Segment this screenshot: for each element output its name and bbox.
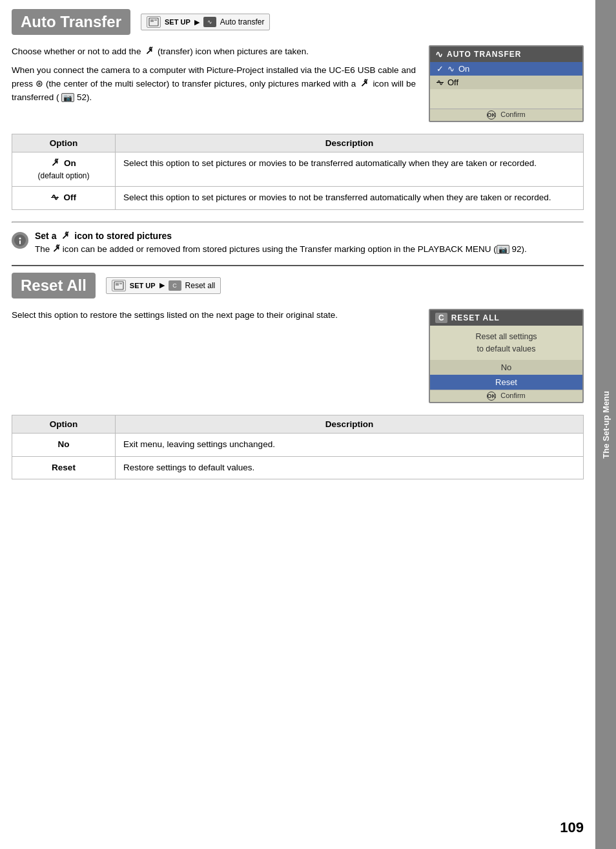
side-tab: The Set-up Menu xyxy=(595,0,616,849)
table1-col2-header: Description xyxy=(116,134,584,152)
lcd2-no: No xyxy=(430,360,582,375)
table2-row-1: No Exit menu, leaving settings unchanged… xyxy=(12,434,584,456)
section2-breadcrumb: SET UP ▶ C Reset all xyxy=(106,277,221,294)
tip-body: The ↗̃ icon can be added or removed from… xyxy=(35,243,527,256)
lcd1-title: AUTO TRANSFER xyxy=(447,50,521,59)
svg-rect-8 xyxy=(119,283,122,284)
lcd1-check-icon: ✓ xyxy=(436,64,444,74)
lcd2-ok-icon: OK xyxy=(487,392,496,401)
table2-col2-header: Description xyxy=(116,415,584,434)
body-text2c: 52). xyxy=(77,92,92,102)
lcd2-title-bar: C RESET ALL xyxy=(430,310,582,326)
table2-option1: No xyxy=(12,434,116,456)
side-tab-label: The Set-up Menu xyxy=(601,391,611,459)
section1-text: Choose whether or not to add the ↗̃ (tra… xyxy=(12,45,416,122)
svg-rect-5 xyxy=(19,240,21,244)
section1-breadcrumb: SET UP ▶ ∿ Auto transfer xyxy=(141,14,270,30)
section2-content: Select this option to restore the settin… xyxy=(12,309,584,404)
setup-label2: SET UP xyxy=(130,282,156,289)
table2-row-2: Reset Restore settings to default values… xyxy=(12,456,584,479)
table1-option1: ↗̃ On (default option) xyxy=(12,152,116,187)
body-text1a: Choose whether or not to add the xyxy=(12,47,141,56)
lcd1-confirm-label: Confirm xyxy=(500,110,526,118)
lcd2-reset: Reset xyxy=(430,375,582,390)
svg-point-4 xyxy=(19,237,21,239)
ref-icon: 📷 xyxy=(61,93,74,102)
svg-rect-7 xyxy=(116,283,119,286)
lcd1-on-label: On xyxy=(458,64,469,74)
section1-table: Option Description ↗̃ On (default option… xyxy=(12,134,584,210)
section2-body: Select this option to restore the settin… xyxy=(12,309,416,322)
menu-c-icon: C xyxy=(169,280,181,291)
menu-wave-icon: ∿ xyxy=(203,17,216,27)
lcd1-wave-on-icon: ∿ xyxy=(447,64,455,74)
body-text1b: (transfer) icon when pictures are taken. xyxy=(158,47,309,56)
table1-row-1: ↗̃ On (default option) Select this optio… xyxy=(12,152,584,187)
table1-option2: ∿ Off xyxy=(12,187,116,209)
section2-header: Reset All SET UP ▶ C Reset all xyxy=(12,273,584,299)
tip-title: Set a ↗̃ icon to stored pictures xyxy=(35,231,527,241)
svg-rect-1 xyxy=(150,19,154,22)
breadcrumb-arrow1: ▶ xyxy=(194,18,200,26)
table1-desc1: Select this option to set pictures or mo… xyxy=(116,152,584,187)
transfer-icon-inline2: ↗̃ xyxy=(360,79,368,89)
main-content: Auto Transfer SET UP ▶ ∿ Auto transfer xyxy=(0,0,595,849)
table2-col1-header: Option xyxy=(12,415,116,434)
lcd2-msg1: Reset all settings xyxy=(436,331,576,343)
lcd1-off-label: Off xyxy=(447,78,458,87)
lcd1-row-off: ∿ Off xyxy=(430,76,582,89)
svg-rect-2 xyxy=(154,19,157,21)
lcd1-wave-icon: ∿ xyxy=(435,49,443,59)
setup-icon2 xyxy=(112,280,126,291)
section2-title: Reset All xyxy=(12,273,96,299)
tip-box: Set a ↗̃ icon to stored pictures The ↗̃ … xyxy=(12,231,584,256)
table2-desc2: Restore settings to default values. xyxy=(116,456,584,479)
section1-header: Auto Transfer SET UP ▶ ∿ Auto transfer xyxy=(12,9,584,35)
lcd2-footer: OK Confirm xyxy=(430,390,582,402)
breadcrumb-item1: Auto transfer xyxy=(220,17,265,26)
section2-lcd: C RESET ALL Reset all settings to defaul… xyxy=(429,309,584,404)
table1-desc2: Select this option to set pictures or mo… xyxy=(116,187,584,209)
tip-icon xyxy=(12,232,28,249)
lcd1-row-on: ✓ ∿ On xyxy=(430,62,582,76)
section1: Auto Transfer SET UP ▶ ∿ Auto transfer xyxy=(12,0,584,256)
section2: Reset All SET UP ▶ C Reset all Select th… xyxy=(12,273,584,479)
section2-table: Option Description No Exit menu, leaving… xyxy=(12,415,584,479)
tip-divider xyxy=(12,222,584,223)
lcd2-title: RESET ALL xyxy=(451,313,500,322)
table2-desc1: Exit menu, leaving settings unchanged. xyxy=(116,434,584,456)
lcd1-ok-icon: OK xyxy=(487,110,496,120)
section-divider xyxy=(12,265,584,266)
lcd2-c-icon: C xyxy=(435,313,447,323)
lcd2-confirm-label: Confirm xyxy=(500,392,526,399)
section1-lcd: ∿ AUTO TRANSFER ✓ ∿ On ∿ Off OK Confirm xyxy=(429,45,584,122)
table1-row-2: ∿ Off Select this option to set pictures… xyxy=(12,187,584,209)
breadcrumb-item2: Reset all xyxy=(185,281,216,290)
setup-icon xyxy=(147,16,161,28)
table2-option2: Reset xyxy=(12,456,116,479)
transfer-icon-inline: ↗̃ xyxy=(145,47,153,56)
lcd1-footer: OK Confirm xyxy=(430,109,582,121)
section1-content: Choose whether or not to add the ↗̃ (tra… xyxy=(12,45,584,122)
setup-label: SET UP xyxy=(165,18,190,26)
lcd2-msg2: to default values xyxy=(436,343,576,355)
tip-content: Set a ↗̃ icon to stored pictures The ↗̃ … xyxy=(35,231,527,256)
section1-title: Auto Transfer xyxy=(12,9,130,35)
body-text2a: When you connect the camera to a compute… xyxy=(12,65,416,89)
section2-text: Select this option to restore the settin… xyxy=(12,309,416,404)
lcd1-title-bar: ∿ AUTO TRANSFER xyxy=(430,47,582,62)
lcd2-message: Reset all settings to default values xyxy=(430,326,582,361)
table1-col1-header: Option xyxy=(12,134,116,152)
page-number: 109 xyxy=(560,819,584,836)
breadcrumb-arrow2: ▶ xyxy=(159,281,165,289)
lcd1-wave-off-icon: ∿ xyxy=(436,78,444,87)
